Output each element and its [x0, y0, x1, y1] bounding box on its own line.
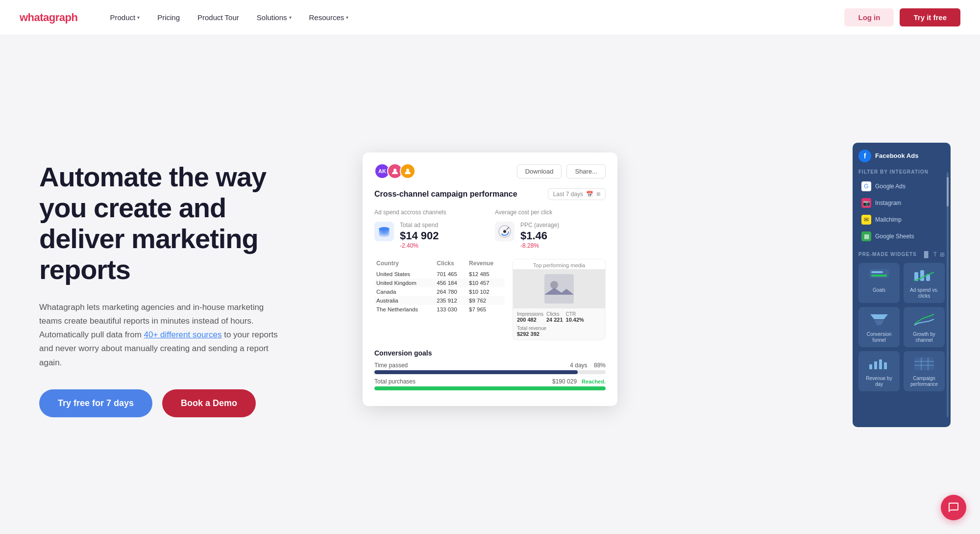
total-ad-spend-metric: Total ad spend $14 902 -2.40% [374, 222, 485, 249]
grid-view-icon[interactable]: ⊞ [940, 251, 945, 258]
text-view-icon[interactable]: T [933, 251, 937, 258]
integration-mailchimp[interactable]: ✉ Mailchimp [858, 212, 945, 228]
svg-rect-25 [914, 357, 934, 370]
col-clicks: Clicks [435, 259, 467, 270]
chevron-down-icon: ▾ [137, 15, 140, 20]
widgets-section: Pre-made widgets ▐▌ T ⊞ [858, 251, 945, 391]
svg-point-5 [379, 227, 390, 231]
widget-campaign-performance[interactable]: Campaign performance [904, 351, 945, 391]
top-media-stats: Impressions 200 482 Clicks 24 221 CTR 10… [513, 308, 605, 340]
grid-icon: ⊞ [596, 191, 600, 197]
fb-header: f Facebook Ads [858, 150, 945, 162]
table-row: Australia 235 912 $9 762 [374, 296, 505, 305]
integration-instagram[interactable]: 📷 Instagram [858, 195, 945, 211]
nav-pricing[interactable]: Pricing [148, 0, 189, 35]
report-title-row: Cross-channel campaign performance Last … [374, 188, 606, 200]
chevron-down-icon-2: ▾ [289, 15, 292, 20]
nav-product-tour[interactable]: Product Tour [189, 0, 248, 35]
campaign-preview [912, 355, 936, 373]
country-table: Country Clicks Revenue United States 701… [374, 259, 505, 340]
chat-button[interactable] [941, 495, 966, 520]
widget-conversion-funnel[interactable]: Conversion funnel [858, 307, 900, 347]
hero-left: Automate the way you create and deliver … [39, 162, 314, 417]
nav-actions: Log in Try it free [844, 8, 960, 26]
widgets-header: Pre-made widgets ▐▌ T ⊞ [858, 251, 945, 258]
nav-resources[interactable]: Resources ▾ [300, 0, 358, 35]
sidebar-scrollbar[interactable] [947, 172, 949, 417]
svg-rect-22 [874, 361, 877, 369]
col-revenue: Revenue [467, 259, 505, 270]
navigation: whatagraph Product ▾ Pricing Product Tou… [0, 0, 980, 35]
mailchimp-icon: ✉ [861, 215, 871, 225]
purchases-bar-bg [374, 386, 606, 390]
date-badge[interactable]: Last 7 days 📅 ⊞ [548, 188, 606, 200]
avg-cost-section: Average cost per click PPC (average) [495, 209, 606, 249]
table-row: United Kingdom 456 184 $10 457 [374, 279, 505, 287]
widget-goals[interactable]: Goals [858, 263, 900, 303]
bar-chart-view-icon[interactable]: ▐▌ [922, 251, 931, 258]
svg-marker-20 [874, 320, 884, 325]
sidebar-scroll-thumb [947, 177, 949, 206]
integration-google-ads[interactable]: G Google Ads [858, 178, 945, 194]
widgets-grid: Goals Ad spend vs. clicks [858, 263, 945, 391]
table-row: Canada 264 780 $10 102 [374, 287, 505, 296]
svg-rect-12 [869, 269, 889, 278]
instagram-icon: 📷 [861, 198, 871, 208]
table-row: The Netherlands 133 030 $7 965 [374, 305, 505, 314]
book-demo-button[interactable]: Book a Demo [162, 389, 256, 417]
purchases-bar-fill [374, 386, 606, 390]
table-area: Country Clicks Revenue United States 701… [374, 259, 606, 340]
nav-links: Product ▾ Pricing Product Tour Solutions… [101, 0, 844, 35]
try-free-nav-button[interactable]: Try it free [900, 8, 960, 26]
funnel-preview [867, 311, 891, 329]
svg-point-8 [503, 230, 506, 233]
sources-link[interactable]: 40+ different sources [144, 330, 222, 339]
time-bar-bg [374, 370, 606, 374]
ad-spend-icon [374, 222, 394, 241]
top-media-image [513, 269, 605, 308]
nav-product[interactable]: Product ▾ [101, 0, 148, 35]
revenue-day-preview [867, 355, 891, 373]
avatar-3 [400, 163, 416, 179]
google-ads-icon: G [861, 181, 871, 191]
goal-total-purchases: Total purchases $190 029 Reached. [374, 378, 606, 390]
calendar-icon: 📅 [586, 191, 593, 198]
hero-subtitle: Whatagraph lets marketing agencies and i… [39, 301, 284, 369]
ppc-icon [495, 222, 514, 241]
conversion-section: Conversion goals Time passed 4 days 88% [374, 349, 606, 390]
nav-solutions[interactable]: Solutions ▾ [248, 0, 300, 35]
hero-right: AK Download Share... Cross-channel campa… [333, 143, 951, 437]
hero-section: Automate the way you create and deliver … [0, 35, 980, 534]
avatar-group: AK [374, 163, 416, 179]
hero-buttons: Try free for 7 days Book a Demo [39, 389, 314, 417]
widget-revenue-day[interactable]: Revenue by day [858, 351, 900, 391]
widget-growth-channel[interactable]: Growth by channel [904, 307, 945, 347]
logo[interactable]: whatagraph [20, 11, 77, 24]
integration-google-sheets[interactable]: ▦ Google Sheets [858, 229, 945, 244]
ad-spend-clicks-preview [912, 267, 936, 284]
widget-view-icons: ▐▌ T ⊞ [922, 251, 945, 258]
svg-line-9 [507, 228, 509, 229]
svg-marker-19 [870, 314, 888, 319]
svg-rect-10 [544, 274, 574, 304]
sidebar-panel: f Facebook Ads Filter by integration G G… [853, 143, 951, 427]
svg-point-11 [550, 281, 558, 289]
download-button[interactable]: Download [517, 164, 562, 178]
col-country: Country [374, 259, 435, 270]
report-top-bar: AK Download Share... [374, 164, 606, 178]
google-sheets-icon: ▦ [861, 231, 871, 241]
svg-rect-23 [879, 359, 882, 369]
goal-time-passed: Time passed 4 days 88% [374, 362, 606, 374]
ppc-metric: PPC (average) $1.46 -8.28% [495, 222, 606, 249]
chevron-down-icon-3: ▾ [346, 15, 348, 20]
try-free-hero-button[interactable]: Try free for 7 days [39, 389, 152, 417]
svg-rect-16 [920, 270, 924, 281]
widget-ad-spend-clicks[interactable]: Ad spend vs. clicks [904, 263, 945, 303]
table-row: United States 701 465 $12 485 [374, 270, 505, 279]
integrations-list: G Google Ads 📷 Instagram ✉ Mailchimp ▦ G… [858, 178, 945, 244]
svg-rect-24 [884, 362, 887, 369]
share-button[interactable]: Share... [566, 164, 606, 178]
login-button[interactable]: Log in [844, 8, 894, 26]
ad-spend-section: Ad spend accross channels Total ad spe [374, 209, 485, 249]
report-title-text: Cross-channel campaign performance [374, 190, 517, 199]
